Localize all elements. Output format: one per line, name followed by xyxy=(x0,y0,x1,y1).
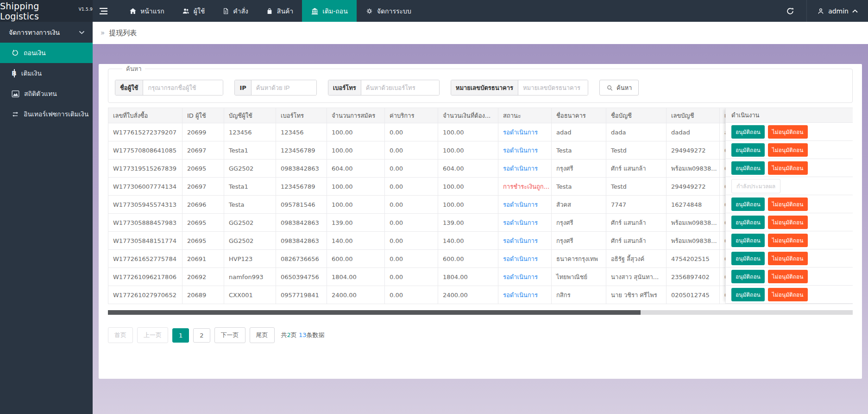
approve-withdraw-button[interactable]: อนุมัติถอน xyxy=(731,161,765,175)
ip-input[interactable] xyxy=(252,80,316,95)
cell-phone: 0826736656 xyxy=(276,250,327,268)
cell-acct_name: ศักร์ แสนกล้า xyxy=(606,214,667,232)
reject-withdraw-button[interactable]: ไม่อนุมัติถอน xyxy=(768,252,808,265)
reject-withdraw-button[interactable]: ไม่อนุมัติถอน xyxy=(768,161,808,175)
sidebar-section-finance[interactable]: จัดการทางการเงิน xyxy=(0,22,93,43)
col-header: เบอร์โทร xyxy=(276,108,327,123)
cell-bank: Testa xyxy=(552,178,606,196)
nav-item-home[interactable]: หน้าแรก xyxy=(120,0,173,22)
approve-withdraw-button[interactable]: อนุมัติถอน xyxy=(731,143,765,157)
approve-withdraw-button[interactable]: อนุมัติถอน xyxy=(731,125,765,139)
approve-withdraw-button[interactable]: อนุมัติถอน xyxy=(731,288,765,301)
action-row: อนุมัติถอนไม่อนุมัติถอน xyxy=(726,231,853,249)
undo-icon xyxy=(12,49,19,57)
phone-input[interactable] xyxy=(361,80,439,95)
action-row: อนุมัติถอนไม่อนุมัติถอน xyxy=(726,159,853,177)
action-row: อนุมัติถอนไม่อนุมัติถอน xyxy=(726,195,853,213)
cell-acct_no: 4754202515 xyxy=(667,250,720,268)
users-icon xyxy=(182,7,190,15)
area-chart-icon xyxy=(12,90,19,97)
cell-phone: 123456789 xyxy=(276,178,327,196)
sidebar-item-agent-stats[interactable]: สถิติตัวแทน xyxy=(0,83,93,104)
search-button-label: ค้นหา xyxy=(616,83,632,93)
nav-item-deposit-withdraw[interactable]: เติม-ถอน xyxy=(302,0,357,22)
cell-fee: 0.00 xyxy=(385,232,438,250)
cell-bank: ไทยพาณิชย์ xyxy=(552,268,606,286)
horizontal-scrollbar[interactable] xyxy=(108,310,853,315)
cell-status: รอดำเนินการ xyxy=(498,123,552,141)
approve-withdraw-button[interactable]: อนุมัติถอน xyxy=(731,197,765,211)
search-row: ชื่อผู้ใช้ IP เบอร์โทร หมายเลขบัตรธ xyxy=(115,80,846,96)
home-icon xyxy=(129,7,137,15)
cell-phone: 0983842863 xyxy=(276,232,327,250)
user-menu[interactable]: admin xyxy=(806,0,868,22)
gears-icon xyxy=(365,7,373,15)
cell-fee: 0.00 xyxy=(385,286,438,304)
refresh-button[interactable] xyxy=(774,0,806,22)
cell-acct_name: ศักร์ แสนกล้า xyxy=(606,159,667,178)
cell-phone: 123456 xyxy=(276,123,327,141)
processing-button: กำลังประมวลผล xyxy=(731,179,780,193)
chevron-down-icon xyxy=(79,31,85,34)
main-area: » 提现列表 ค้นหา ชื่อผู้ใช้ IP xyxy=(93,22,868,414)
cell-bank: ธนาคารกรุงเทพ xyxy=(552,250,606,268)
scrollbar-thumb[interactable] xyxy=(108,310,641,315)
reject-withdraw-button[interactable]: ไม่อนุมัติถอน xyxy=(768,143,808,157)
col-header: จำนวนการสมัคร xyxy=(327,108,385,123)
username-label: ชื่อผู้ใช้ xyxy=(115,80,143,95)
cell-order: W177319515267839 xyxy=(108,159,182,178)
page-2-button[interactable]: 2 xyxy=(193,328,210,343)
approve-withdraw-button[interactable]: อนุมัติถอน xyxy=(731,234,765,247)
nav-item-products[interactable]: สินค้า xyxy=(257,0,302,22)
reject-withdraw-button[interactable]: ไม่อนุมัติถอน xyxy=(768,197,808,211)
sidebar-item-withdraw[interactable]: ถอนเงิน xyxy=(0,43,93,63)
reject-withdraw-button[interactable]: ไม่อนุมัติถอน xyxy=(768,270,808,283)
page-prev-button[interactable]: 上一页 xyxy=(137,327,168,343)
nav-item-users[interactable]: ผู้ใช้ xyxy=(173,0,214,22)
cell-amount: 1804.00 xyxy=(438,268,498,286)
approve-withdraw-button[interactable]: อนุมัติถอน xyxy=(731,252,765,265)
nav-label: หน้าแรก xyxy=(140,6,164,16)
cell-amount: 100.00 xyxy=(438,141,498,159)
page-1-button[interactable]: 1 xyxy=(172,328,189,343)
approve-withdraw-button[interactable]: อนุมัติถอน xyxy=(731,270,765,283)
cell-acct_name: นาย วชิรา ศรีไพร xyxy=(606,286,667,304)
sidebar-item-topup-interface[interactable]: อินเทอร์เฟซการเติมเงิน xyxy=(0,104,93,124)
action-column-header: ดำเนินงาน xyxy=(726,108,853,123)
cell-acct_name: นางสาว สุนันทา... xyxy=(606,268,667,286)
col-header: ค่าบริการ xyxy=(385,108,438,123)
bank-card-input[interactable] xyxy=(518,80,588,95)
cell-bank: กรุงศรี xyxy=(552,232,606,250)
nav-label: ผู้ใช้ xyxy=(194,6,205,16)
approve-withdraw-button[interactable]: อนุมัติถอน xyxy=(731,216,765,229)
nav-item-system[interactable]: จัดการระบบ xyxy=(357,0,420,22)
reject-withdraw-button[interactable]: ไม่อนุมัติถอน xyxy=(768,125,808,139)
search-button[interactable]: ค้นหา xyxy=(599,80,639,96)
page-first-button[interactable]: 首页 xyxy=(108,327,133,343)
cell-apply: 1804.00 xyxy=(327,268,385,286)
reject-withdraw-button[interactable]: ไม่อนุมัติถอน xyxy=(768,234,808,247)
username-input[interactable] xyxy=(143,80,223,95)
table-zone: เลขที่ใบสั่งซื้อID ผู้ใช้บัญชีผู้ใช้เบอร… xyxy=(108,108,853,315)
sidebar-toggle-button[interactable] xyxy=(93,0,114,22)
page-next-button[interactable]: 下一页 xyxy=(214,327,245,343)
nav-item-orders[interactable]: คำสั่ง xyxy=(214,0,257,22)
action-column: ดำเนินงาน อนุมัติถอนไม่อนุมัติถอนอนุมัติ… xyxy=(725,108,853,304)
nav-label: สินค้า xyxy=(277,6,293,16)
cell-status: รอดำเนินการ xyxy=(498,286,552,304)
sidebar-item-label: สถิติตัวแทน xyxy=(24,89,57,99)
reject-withdraw-button[interactable]: ไม่อนุมัติถอน xyxy=(768,216,808,229)
sidebar-item-deposit[interactable]: B เติมเงิน xyxy=(0,63,93,83)
refresh-icon xyxy=(786,7,794,15)
nav-label: จัดการระบบ xyxy=(377,6,411,16)
cell-order: W177261652775784 xyxy=(108,250,182,268)
cell-apply: 2400.00 xyxy=(327,286,385,304)
page-last-button[interactable]: 尾页 xyxy=(250,327,275,343)
nav-label: คำสั่ง xyxy=(233,6,248,16)
cell-fee: 0.00 xyxy=(385,250,438,268)
cell-account: GG2502 xyxy=(224,159,276,178)
chevron-up-icon xyxy=(852,9,858,13)
cell-fee: 0.00 xyxy=(385,178,438,196)
reject-withdraw-button[interactable]: ไม่อนุมัติถอน xyxy=(768,288,808,301)
cell-order: W177615272379207 xyxy=(108,123,182,141)
